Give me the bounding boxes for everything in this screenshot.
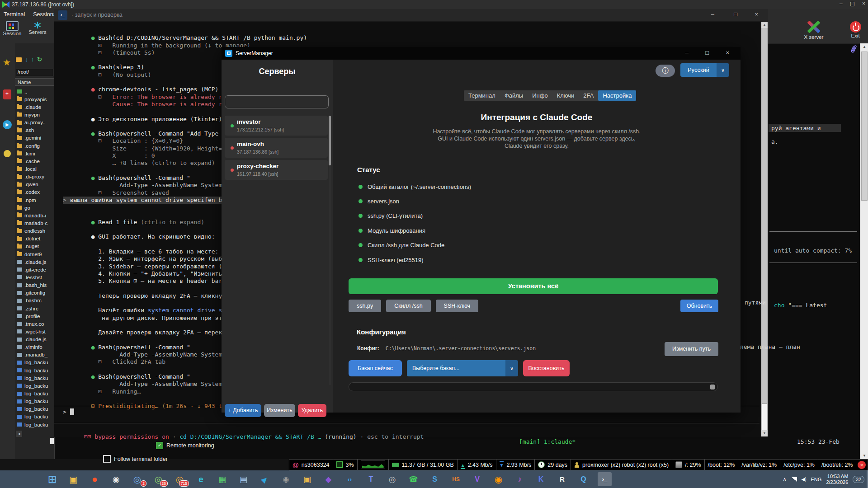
file-row[interactable]: .viminfo [15, 343, 54, 351]
taskbar-icon[interactable]: ▣ [66, 472, 80, 486]
mobaxterm-close-button[interactable]: × [862, 0, 865, 7]
checkbox-checked-icon[interactable]: ✓ [156, 442, 163, 449]
terminal-prompt[interactable]: > [63, 408, 74, 415]
terminal-close-button[interactable]: × [755, 11, 758, 18]
remote-monitoring-toggle[interactable]: ✓ Remote monitoring [156, 442, 214, 449]
tab[interactable]: Настройка [598, 90, 636, 101]
file-row[interactable]: .local [15, 165, 54, 173]
change-path-button[interactable]: Изменить путь [665, 342, 718, 356]
file-row[interactable]: .dotnet [15, 235, 54, 243]
scroll-down-icon[interactable]: ▼ [860, 454, 868, 458]
volume-icon[interactable]: ◀) [802, 477, 807, 482]
tray-expand-icon[interactable]: ∧ [783, 476, 786, 482]
file-row[interactable]: .zshrc [15, 305, 54, 312]
server-search-input[interactable] [225, 95, 329, 108]
file-row[interactable]: log_backu [15, 389, 54, 397]
taskbar-icon[interactable]: ◎ 715 [173, 472, 187, 486]
tab[interactable]: Файлы [500, 90, 528, 101]
file-panel-scroll-left[interactable]: ◂ [16, 431, 22, 437]
taskbar-icon[interactable]: ◉ [491, 472, 505, 486]
taskbar-icon[interactable]: V [470, 472, 484, 486]
file-row[interactable]: mariadb-i [15, 211, 54, 219]
file-row[interactable]: myvpn [15, 111, 54, 118]
file-row[interactable]: .wget-hst [15, 328, 54, 335]
terminal-maximize-button[interactable]: □ [734, 11, 737, 18]
file-row[interactable]: go [15, 204, 54, 211]
session-button[interactable]: Session [2, 21, 23, 36]
file-row[interactable]: .git-crede [15, 266, 54, 273]
network-icon[interactable] [791, 477, 797, 482]
server-list-item[interactable]: main-ovh 37.187.136.86 [ssh] [225, 138, 328, 158]
file-row[interactable]: .mariadb_ [15, 351, 54, 359]
taskbar-icon[interactable]: Q [576, 472, 590, 486]
taskbar-icon[interactable]: ◉ [109, 472, 123, 486]
window-close-button[interactable]: × [726, 49, 729, 56]
taskbar-icon[interactable]: S [428, 472, 442, 486]
notification-count-badge[interactable]: 32 [853, 476, 864, 483]
file-row[interactable]: .bashrc [15, 297, 54, 305]
taskbar-icon[interactable]: e [194, 472, 208, 486]
file-row[interactable]: proxyapis [15, 95, 54, 103]
file-row[interactable]: .tmux.co [15, 320, 54, 328]
attachment-paperclip-icon[interactable] [848, 43, 859, 56]
exit-button[interactable]: Exit [844, 21, 866, 38]
menu-item[interactable]: Sessions [33, 11, 56, 18]
delete-server-button[interactable]: Удалить [298, 404, 326, 417]
taskbar-icon[interactable]: ‹› [343, 472, 357, 486]
scroll-up-icon[interactable]: ▲ [860, 45, 868, 49]
file-row[interactable]: log_backu [15, 413, 54, 421]
restore-button[interactable]: Восстановить [523, 360, 570, 376]
tab[interactable]: 2FA [579, 90, 598, 101]
current-path[interactable]: /root/ [16, 69, 53, 76]
tab[interactable]: Терминал [464, 90, 500, 101]
taskbar-icon[interactable]: K [534, 472, 548, 486]
taskbar-icon[interactable]: ☎ [406, 472, 420, 486]
servers-button[interactable]: ∗ Servers [26, 20, 49, 35]
taskbar-icon[interactable]: ◎ [385, 472, 399, 486]
language-dropdown[interactable]: Русский ∨ [680, 63, 729, 77]
mobaxterm-maximize-button[interactable]: ▢ [850, 0, 855, 7]
file-row[interactable]: .gemini [15, 134, 54, 142]
monitor-close-button[interactable]: × [858, 461, 866, 469]
file-row[interactable]: .claude.js [15, 336, 54, 343]
tab[interactable]: Инфо [528, 90, 552, 101]
scroll-down-icon[interactable]: ▼ [761, 430, 768, 436]
add-server-button[interactable]: + Добавить [225, 404, 261, 417]
taskbar-icon[interactable]: ◎ 2 [130, 472, 144, 486]
window-maximize-button[interactable]: □ [705, 49, 709, 56]
taskbar-icon[interactable]: ▶ [258, 472, 272, 486]
mobaxterm-scrollbar[interactable]: ▲ ▼ [860, 43, 868, 459]
file-row[interactable]: .bash_his [15, 282, 54, 289]
file-row[interactable]: .claude.js [15, 258, 54, 266]
component-button[interactable]: SSH-ключ [436, 300, 478, 312]
taskbar-icon[interactable]: ▤ [236, 472, 250, 486]
file-row[interactable]: log_backu [15, 421, 54, 428]
file-row[interactable]: ai-proxy- [15, 119, 54, 127]
taskbar-icon[interactable]: ⊞ [45, 472, 59, 486]
info-button[interactable]: ⓘ [656, 65, 675, 77]
file-row[interactable]: mariadb-c [15, 219, 54, 227]
file-row[interactable]: .claude [15, 103, 54, 111]
file-row[interactable]: log_backu [15, 398, 54, 405]
taskbar-icon[interactable]: HS [449, 472, 463, 486]
file-row[interactable]: .npm [15, 196, 54, 204]
tools-knife-icon[interactable] [3, 89, 11, 99]
folder-up-icon[interactable] [16, 57, 22, 62]
install-all-button[interactable]: Установить всё [349, 278, 718, 294]
server-list-item[interactable]: proxy-checker 161.97.118.40 [ssh] [225, 160, 328, 180]
yellow-ball-icon[interactable] [4, 150, 11, 157]
backup-now-button[interactable]: Бэкап сейчас [349, 360, 402, 376]
download-icon[interactable]: ↓ [25, 56, 28, 63]
tab[interactable]: Ключи [552, 90, 579, 101]
component-button[interactable]: Скилл /ssh [386, 300, 430, 312]
taskbar-icon[interactable]: ◎ 26 [151, 472, 165, 486]
file-row[interactable]: dotnet9 [15, 250, 54, 258]
window-minimize-button[interactable]: – [685, 49, 689, 56]
follow-terminal-folder-toggle[interactable]: Follow terminal folder [103, 455, 168, 463]
file-row[interactable]: .kimi [15, 150, 54, 157]
file-row[interactable]: .. [15, 88, 54, 95]
file-row[interactable]: .config [15, 142, 54, 150]
edit-server-button[interactable]: Изменить [264, 404, 295, 417]
horizontal-scrollbar[interactable] [349, 382, 718, 391]
taskbar-icon[interactable]: ▣ [300, 472, 314, 486]
